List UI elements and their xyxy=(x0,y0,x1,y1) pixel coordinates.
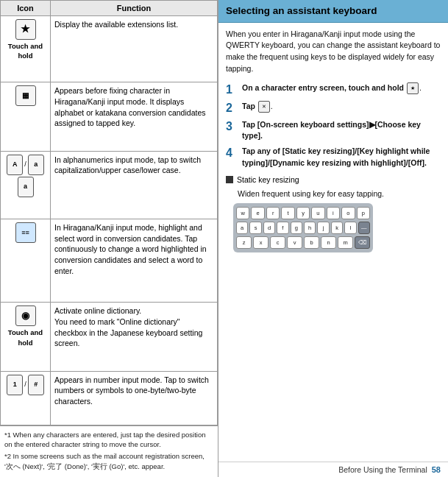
footnotes: *1 When any characters are entered, just… xyxy=(0,425,218,477)
bullet-icon xyxy=(226,176,233,183)
keyboard-key[interactable]: v xyxy=(287,236,302,249)
keyboard-container: wertyuiopasdfghjkl—zxcvbnm⌫ xyxy=(233,203,441,252)
steps-list: 1 On a character entry screen, touch and… xyxy=(226,82,441,169)
func-cell: In alphanumerics input mode, tap to swit… xyxy=(51,151,218,219)
intro-text: When you enter in Hiragana/Kanji input m… xyxy=(226,29,441,75)
step-text: Tap any of [Static key resizing]/[Key hi… xyxy=(242,146,441,168)
icon-cell: ≡≡ xyxy=(1,219,51,303)
keyboard-key[interactable]: j xyxy=(317,222,329,234)
inline-x-icon: ✕ xyxy=(258,101,270,113)
table-row: ▦ Appears before fixing character in Hir… xyxy=(1,82,218,151)
step-4: 4 Tap any of [Static key resizing]/[Key … xyxy=(226,146,441,168)
footer-page-number: 58 xyxy=(432,465,441,474)
table-row: ★ Touch andhold Display the available ex… xyxy=(1,16,218,82)
keyboard-key[interactable]: o xyxy=(341,207,355,219)
func-cell: Activate online dictionary.You need to m… xyxy=(51,303,218,371)
keyboard-key[interactable]: s xyxy=(249,222,261,234)
icon-cell: ◉ Touch andhold xyxy=(1,303,51,371)
keyboard-key[interactable]: e xyxy=(251,207,264,219)
keyboard-key[interactable]: z xyxy=(236,236,252,249)
col-header-function: Function xyxy=(51,1,218,16)
footer-label: Before Using the Terminal xyxy=(338,465,427,474)
icon-function-table: Icon Function ★ Touch andhold Display th… xyxy=(0,0,218,425)
keyboard-key[interactable]: k xyxy=(331,222,343,234)
step-1: 1 On a character entry screen, touch and… xyxy=(226,82,441,96)
icon-circle: ◉ xyxy=(15,305,36,326)
icon-label-touch: Touch andhold xyxy=(4,41,46,61)
keyboard-key[interactable]: d xyxy=(263,222,275,234)
table-row: 1 / # Appears in number input mode. Tap … xyxy=(1,371,218,425)
static-label-text: Static key resizing xyxy=(237,174,299,186)
keyboard-key[interactable]: u xyxy=(311,207,324,219)
icon-a: a xyxy=(28,155,44,175)
keyboard-key[interactable]: ⌫ xyxy=(355,236,370,249)
table-row: ≡≡ In Hiragana/Kanji input mode, highlig… xyxy=(1,219,218,303)
step-number: 3 xyxy=(226,119,238,133)
slash-separator: / xyxy=(24,160,26,169)
icon-label-touch2: Touch andhold xyxy=(4,328,46,347)
keyboard-key[interactable]: g xyxy=(291,222,302,234)
section-header: Selecting an assistant keyboard xyxy=(218,0,448,23)
keyboard-key[interactable]: m xyxy=(338,236,353,249)
keyboard-visual: wertyuiopasdfghjkl—zxcvbnm⌫ xyxy=(233,203,373,252)
icon-slash-nums: 1 / # xyxy=(7,375,44,395)
right-body: When you enter in Hiragana/Kanji input m… xyxy=(218,23,448,462)
icon-star: ★ xyxy=(15,19,36,40)
func-cell: Display the available extensions list. xyxy=(51,16,218,82)
section-title: Selecting an assistant keyboard xyxy=(226,4,441,18)
keyboard-row-1: asdfghjkl— xyxy=(236,222,370,234)
icon-hash: # xyxy=(28,375,44,395)
step-text: Tap [On-screen keyboard settings]▶[Choos… xyxy=(242,119,441,141)
col-header-icon: Icon xyxy=(1,1,51,16)
icon-slash-caps: A / a xyxy=(7,155,44,175)
static-label: Static key resizing xyxy=(226,174,441,186)
step-text: Tap ✕. xyxy=(242,101,273,113)
icon-cell: 1 / # xyxy=(1,371,51,425)
icon-cell: ★ Touch andhold xyxy=(1,16,51,82)
icon-cell: ▦ xyxy=(1,82,51,151)
keyboard-key[interactable]: x xyxy=(253,236,269,249)
table-row: ◉ Touch andhold Activate online dictiona… xyxy=(1,303,218,371)
func-cell: Appears before fixing character in Hirag… xyxy=(51,82,218,151)
keyboard-key[interactable]: a xyxy=(236,222,248,234)
keyboard-key[interactable]: h xyxy=(304,222,316,234)
step-text: On a character entry screen, touch and h… xyxy=(242,82,422,94)
slash-sep2: / xyxy=(24,380,26,389)
static-section: Static key resizing Widen frequent using… xyxy=(226,174,441,199)
keyboard-key[interactable]: f xyxy=(277,222,288,234)
keyboard-key[interactable]: t xyxy=(281,207,294,219)
step-number: 2 xyxy=(226,101,238,115)
keyboard-key[interactable]: w xyxy=(236,207,249,219)
footnote-2: *2 In some screens such as the mail acco… xyxy=(4,451,213,471)
keyboard-key[interactable]: p xyxy=(357,207,370,219)
keyboard-key[interactable]: y xyxy=(296,207,310,219)
right-panel: Selecting an assistant keyboard When you… xyxy=(218,0,448,477)
keyboard-row-0: wertyuiop xyxy=(236,207,370,219)
static-sub-text: Widen frequent using key for easy tappin… xyxy=(226,188,441,199)
table-row: A / a a In alphanumerics input mode, tap… xyxy=(1,151,218,219)
icon-1: 1 xyxy=(7,375,23,395)
keyboard-key[interactable]: — xyxy=(358,222,370,234)
keyboard-key[interactable]: r xyxy=(266,207,280,219)
inline-star-icon: ★ xyxy=(407,82,419,94)
keyboard-key[interactable]: b xyxy=(304,236,319,249)
step-2: 2 Tap ✕. xyxy=(226,101,441,115)
page-footer: Before Using the Terminal 58 xyxy=(218,462,448,477)
step-number: 1 xyxy=(226,82,238,96)
keyboard-key[interactable]: n xyxy=(321,236,336,249)
keyboard-key[interactable]: i xyxy=(327,207,340,219)
icon-grid: ▦ xyxy=(15,85,36,106)
func-cell: In Hiragana/Kanji input mode, highlight … xyxy=(51,219,218,303)
step-number: 4 xyxy=(226,146,238,160)
icon-a-small: a xyxy=(18,177,34,197)
left-panel: Icon Function ★ Touch andhold Display th… xyxy=(0,0,218,477)
keyboard-key[interactable]: c xyxy=(270,236,285,249)
icon-highlight: ≡≡ xyxy=(15,222,36,243)
footnote-1: *1 When any characters are entered, just… xyxy=(4,430,213,450)
icon-cell: A / a a xyxy=(1,151,51,219)
keyboard-row-2: zxcvbnm⌫ xyxy=(236,236,370,249)
icon-A: A xyxy=(7,155,23,175)
func-cell: Appears in number input mode. Tap to swi… xyxy=(51,371,218,425)
step-3: 3 Tap [On-screen keyboard settings]▶[Cho… xyxy=(226,119,441,141)
keyboard-key[interactable]: l xyxy=(344,222,356,234)
